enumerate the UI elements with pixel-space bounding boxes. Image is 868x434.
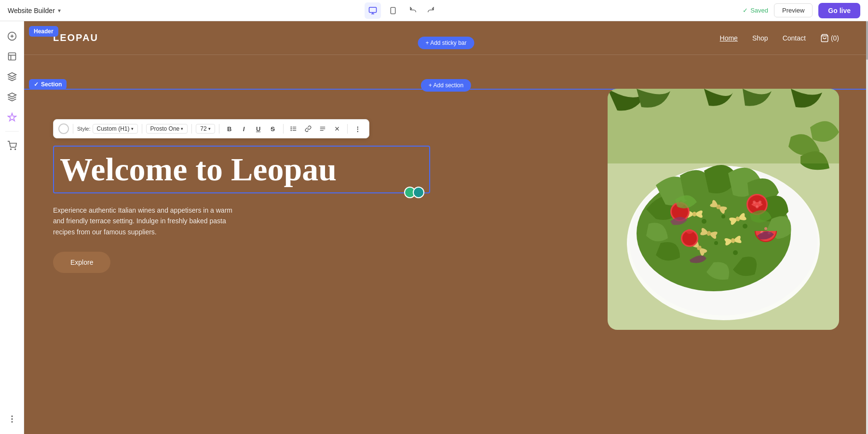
section-label-text: Section xyxy=(41,81,62,88)
nav-contact[interactable]: Contact xyxy=(783,34,806,42)
toolbar-link-button[interactable] xyxy=(302,122,314,135)
add-sticky-bar-button[interactable]: + Add sticky bar xyxy=(418,37,474,49)
svg-point-47 xyxy=(686,229,693,234)
hero-heading-box[interactable]: Welcome to Leopau xyxy=(53,146,430,193)
svg-point-31 xyxy=(692,212,696,217)
nav-home[interactable]: Home xyxy=(720,34,738,42)
redo-button[interactable] xyxy=(422,2,439,19)
toolbar-style-label: Style: xyxy=(77,126,91,132)
hero-heading[interactable]: Welcome to Leopau xyxy=(60,151,423,188)
sidebar-divider xyxy=(5,131,19,132)
sidebar-item-ai[interactable] xyxy=(3,108,21,126)
svg-point-44 xyxy=(756,205,759,208)
toolbar-color-swatch[interactable] xyxy=(58,123,69,134)
text-editing-toolbar: Style: Custom (H1) ▾ Prosto One ▾ 72 xyxy=(53,119,369,138)
toolbar-clear-button[interactable] xyxy=(331,122,343,135)
sidebar-item-more[interactable] xyxy=(3,410,21,428)
app-name: Website Builder xyxy=(8,7,55,14)
toolbar-size-caret: ▾ xyxy=(208,126,211,131)
toolbar-bold-button[interactable]: B xyxy=(223,122,236,135)
hero-description: Experience authentic Italian wines and a… xyxy=(53,205,236,237)
svg-point-16 xyxy=(12,421,13,422)
topbar-right: ✓ Saved Preview Go live xyxy=(743,3,860,18)
add-section-button[interactable]: + Add section xyxy=(421,79,471,92)
svg-point-23 xyxy=(291,130,291,131)
toolbar-separator-5 xyxy=(283,124,284,134)
topbar: Website Builder ▾ xyxy=(0,0,868,21)
toolbar-separator-2 xyxy=(142,124,142,134)
svg-point-43 xyxy=(759,201,761,203)
section-check-icon: ✓ xyxy=(34,81,39,88)
app-chevron[interactable]: ▾ xyxy=(58,7,61,14)
explore-button[interactable]: Explore xyxy=(53,252,110,273)
svg-point-52 xyxy=(721,215,725,218)
topbar-center xyxy=(365,2,439,19)
svg-point-54 xyxy=(714,241,718,245)
toolbar-style-value: Custom (H1) xyxy=(97,125,130,132)
cart-count: (0) xyxy=(831,34,839,42)
toolbar-list-button[interactable] xyxy=(287,122,300,135)
food-image-svg xyxy=(608,89,839,330)
svg-rect-0 xyxy=(369,7,376,13)
mobile-view-button[interactable] xyxy=(385,2,401,19)
cart-icon-group[interactable]: (0) xyxy=(820,34,839,42)
svg-point-14 xyxy=(12,416,13,417)
sidebar xyxy=(0,21,24,434)
sidebar-item-layers[interactable] xyxy=(3,68,21,86)
svg-point-55 xyxy=(733,250,738,255)
nav-shop[interactable]: Shop xyxy=(752,34,768,42)
toolbar-size-dropdown[interactable]: 72 ▾ xyxy=(196,124,215,134)
toolbar-separator-6 xyxy=(347,124,348,134)
check-icon: ✓ xyxy=(743,7,748,14)
svg-point-15 xyxy=(12,419,13,420)
toolbar-font-value: Prosto One xyxy=(150,125,180,132)
toolbar-separator-4 xyxy=(219,124,219,134)
sidebar-item-elements[interactable] xyxy=(3,88,21,106)
svg-rect-3 xyxy=(391,7,395,14)
svg-point-13 xyxy=(14,149,15,150)
section-label-badge[interactable]: ✓ Section xyxy=(29,79,67,90)
toolbar-separator-3 xyxy=(191,124,192,134)
undo-redo-group xyxy=(405,2,439,19)
toolbar-more-button[interactable]: ⋮ xyxy=(352,122,364,135)
svg-point-53 xyxy=(743,224,747,229)
saved-label: Saved xyxy=(750,7,768,14)
golive-button[interactable]: Go live xyxy=(818,3,860,18)
site-main: Style: Custom (H1) ▾ Prosto One ▾ 72 xyxy=(24,65,868,354)
toolbar-strikethrough-button[interactable]: S xyxy=(267,122,279,135)
toolbar-font-dropdown[interactable]: Prosto One ▾ xyxy=(146,124,188,134)
toolbar-font-caret: ▾ xyxy=(181,126,183,131)
header-section-label[interactable]: Header xyxy=(29,26,58,37)
toolbar-size-value: 72 xyxy=(200,125,206,132)
sidebar-item-pages[interactable] xyxy=(3,47,21,66)
canvas: Header + Add sticky bar LEOPAU Home Shop… xyxy=(24,21,868,434)
sidebar-item-shop[interactable] xyxy=(3,136,21,155)
svg-marker-11 xyxy=(8,73,16,77)
svg-point-51 xyxy=(702,219,706,224)
toolbar-separator-1 xyxy=(73,124,73,134)
svg-point-21 xyxy=(291,127,291,127)
svg-point-12 xyxy=(10,149,11,150)
preview-button[interactable]: Preview xyxy=(774,3,813,17)
toolbar-underline-button[interactable]: U xyxy=(252,122,265,135)
site-logo: LEOPAU xyxy=(53,32,98,43)
hero-text-area: Style: Custom (H1) ▾ Prosto One ▾ 72 xyxy=(53,146,430,273)
svg-point-42 xyxy=(753,201,756,203)
svg-point-48 xyxy=(764,227,767,230)
hero-food-image xyxy=(608,89,839,330)
undo-button[interactable] xyxy=(405,2,421,19)
scroll-indicator[interactable] xyxy=(866,21,868,434)
svg-rect-8 xyxy=(8,53,15,60)
collab-avatar-2 xyxy=(413,187,424,198)
topbar-left: Website Builder ▾ xyxy=(8,7,61,14)
main-layout: Header + Add sticky bar LEOPAU Home Shop… xyxy=(0,21,868,434)
toolbar-style-dropdown[interactable]: Custom (H1) ▾ xyxy=(93,124,138,134)
toolbar-align-button[interactable] xyxy=(316,122,329,135)
sidebar-item-add[interactable] xyxy=(3,27,21,45)
desktop-view-button[interactable] xyxy=(365,2,381,19)
svg-point-22 xyxy=(291,128,291,129)
saved-status: ✓ Saved xyxy=(743,7,768,14)
toolbar-italic-button[interactable]: I xyxy=(238,122,250,135)
toolbar-style-caret: ▾ xyxy=(131,126,134,131)
scroll-thumb xyxy=(866,21,868,60)
